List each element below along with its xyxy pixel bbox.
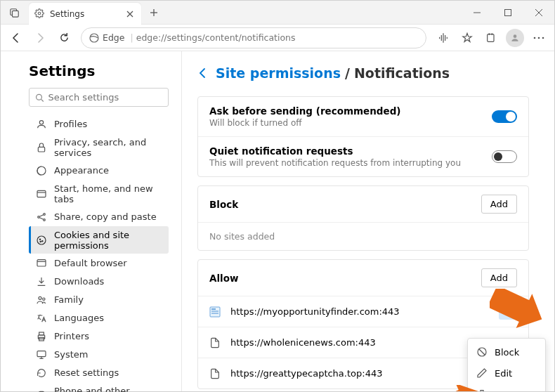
sidebar-item-cookies[interactable]: Cookies and site permissions — [29, 226, 169, 254]
tab-actions-button[interactable] — [5, 3, 25, 22]
address-separator: | — [130, 32, 133, 43]
tab-title: Settings — [50, 9, 124, 19]
ctx-edit[interactable]: Edit — [468, 362, 545, 384]
main-panel: Site permissions / Notifications Ask bef… — [182, 51, 554, 391]
svg-point-21 — [39, 120, 43, 124]
breadcrumb-parent-link[interactable]: Site permissions — [216, 65, 341, 81]
browser-window: Settings Edge | edge://settings/content/… — [0, 0, 555, 392]
profile-button[interactable] — [504, 27, 526, 49]
favorites-button[interactable] — [456, 27, 478, 49]
refresh-button[interactable] — [53, 27, 75, 49]
share-icon — [36, 211, 47, 223]
search-settings[interactable] — [29, 88, 169, 107]
cookie-icon — [36, 235, 47, 246]
file-icon — [209, 368, 221, 379]
sidebar-item-phone[interactable]: Phone and other devices — [29, 382, 169, 392]
maximize-button[interactable] — [492, 1, 523, 24]
svg-rect-40 — [39, 332, 44, 335]
printer-icon — [36, 331, 47, 342]
sidebar-item-downloads[interactable]: Downloads — [29, 273, 169, 290]
sidebar-heading: Settings — [29, 63, 169, 79]
edit-icon — [476, 367, 488, 379]
forward-button[interactable] — [29, 27, 51, 49]
address-bar[interactable]: Edge | edge://settings/content/notificat… — [81, 27, 426, 48]
content-area: Settings Profiles Privacy, search, and s… — [1, 51, 554, 391]
sidebar-item-languages[interactable]: Languages — [29, 309, 169, 327]
family-icon — [36, 294, 47, 306]
svg-point-2 — [38, 12, 41, 15]
quiet-requests-row: Quiet notification requests This will pr… — [198, 136, 528, 176]
breadcrumb-back-button[interactable] — [197, 67, 209, 79]
block-add-button[interactable]: Add — [481, 195, 517, 214]
quiet-desc: This will prevent notification requests … — [209, 158, 461, 168]
svg-point-27 — [44, 213, 46, 215]
appearance-icon — [36, 165, 47, 176]
svg-point-17 — [538, 37, 540, 39]
address-scheme-label: Edge — [103, 32, 124, 43]
sidebar-item-system[interactable]: System — [29, 346, 169, 363]
sidebar-item-profiles[interactable]: Profiles — [29, 115, 169, 133]
sidebar-item-default-browser[interactable]: Default browser — [29, 254, 169, 272]
allow-add-button[interactable]: Add — [481, 268, 517, 287]
toolbar: Edge | edge://settings/content/notificat… — [1, 25, 554, 51]
gear-icon — [34, 8, 46, 20]
quiet-toggle[interactable] — [492, 150, 517, 163]
svg-point-31 — [37, 236, 46, 244]
svg-point-15 — [514, 34, 517, 38]
ask-toggle[interactable] — [492, 110, 517, 123]
read-aloud-button[interactable] — [432, 27, 455, 49]
collections-button[interactable] — [480, 27, 502, 49]
site-more-button[interactable]: ··· — [499, 303, 517, 320]
reset-icon — [36, 367, 47, 379]
svg-rect-22 — [38, 147, 44, 152]
breadcrumb: Site permissions / Notifications — [197, 65, 529, 81]
close-window-button[interactable] — [523, 1, 554, 24]
svg-point-28 — [44, 218, 46, 221]
svg-rect-8 — [505, 9, 511, 15]
svg-line-54 — [479, 349, 485, 355]
sidebar-item-appearance[interactable]: Appearance — [29, 162, 169, 179]
menu-button[interactable] — [528, 27, 550, 49]
browser-tab[interactable]: Settings — [29, 3, 141, 25]
svg-point-38 — [43, 298, 45, 300]
svg-point-37 — [39, 296, 41, 299]
svg-point-33 — [42, 240, 43, 241]
block-icon — [476, 346, 488, 358]
svg-line-20 — [41, 99, 44, 101]
site-url: https://greattypecaptcha.top:443 — [230, 368, 382, 379]
svg-point-18 — [542, 37, 544, 39]
tabs-icon — [36, 188, 47, 200]
close-tab-button[interactable] — [124, 8, 136, 20]
edge-logo-icon — [89, 32, 100, 44]
trash-icon — [476, 388, 488, 391]
new-tab-button[interactable] — [144, 3, 164, 22]
download-icon — [36, 276, 47, 287]
lock-icon — [36, 142, 47, 153]
sidebar-item-printers[interactable]: Printers — [29, 327, 169, 345]
sidebar-item-reset[interactable]: Reset settings — [29, 364, 169, 381]
svg-rect-24 — [37, 190, 46, 197]
ask-desc: Will block if turned off — [209, 118, 401, 128]
site-favicon-icon — [209, 306, 221, 318]
sidebar-item-family[interactable]: Family — [29, 291, 169, 308]
block-title: Block — [209, 199, 238, 210]
ctx-block[interactable]: Block — [468, 341, 545, 362]
svg-point-32 — [39, 239, 40, 240]
block-panel: Block Add No sites added — [197, 185, 529, 251]
ctx-remove[interactable]: Remove — [468, 384, 545, 391]
context-menu: Block Edit Remove — [467, 338, 546, 391]
svg-rect-1 — [13, 11, 19, 17]
svg-point-11 — [90, 34, 98, 42]
quiet-title: Quiet notification requests — [209, 145, 461, 157]
sidebar-item-share[interactable]: Share, copy and paste — [29, 208, 169, 226]
ask-title: Ask before sending (recommended) — [209, 105, 401, 117]
back-button[interactable] — [5, 27, 27, 49]
sidebar-item-start-home[interactable]: Start, home, and new tabs — [29, 180, 169, 207]
minimize-button[interactable] — [462, 1, 492, 24]
sidebar-item-privacy[interactable]: Privacy, search, and services — [29, 133, 169, 161]
breadcrumb-current: Notifications — [354, 65, 450, 81]
breadcrumb-separator: / — [345, 65, 350, 81]
general-panel: Ask before sending (recommended) Will bl… — [197, 96, 529, 177]
search-input[interactable] — [48, 92, 162, 103]
settings-sidebar: Settings Profiles Privacy, search, and s… — [1, 51, 182, 391]
